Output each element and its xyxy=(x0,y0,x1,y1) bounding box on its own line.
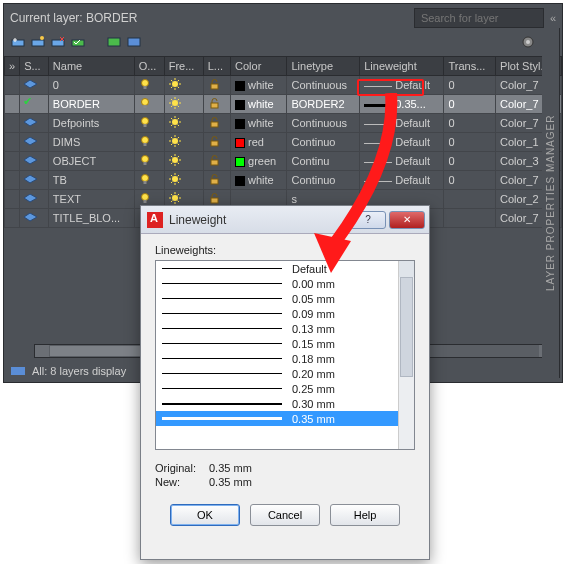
layer-icon xyxy=(24,174,36,182)
filter-toggle-icon[interactable] xyxy=(10,363,26,379)
column-header[interactable]: S... xyxy=(20,57,49,76)
layer-icon xyxy=(24,79,36,87)
svg-point-9 xyxy=(141,80,148,87)
svg-rect-0 xyxy=(12,40,24,46)
lineweight-option[interactable]: 0.15 mm xyxy=(156,336,398,351)
delete-layer-icon[interactable] xyxy=(50,34,66,50)
svg-point-27 xyxy=(172,157,178,163)
lineweight-option[interactable]: 0.13 mm xyxy=(156,321,398,336)
svg-rect-41 xyxy=(11,367,25,375)
svg-point-21 xyxy=(141,137,148,144)
svg-rect-32 xyxy=(211,179,218,184)
toolbar xyxy=(4,32,562,56)
svg-rect-34 xyxy=(143,200,146,203)
column-header[interactable]: Linetype xyxy=(287,57,360,76)
lineweight-option[interactable]: 0.30 mm xyxy=(156,396,398,411)
svg-point-29 xyxy=(141,175,148,182)
svg-rect-12 xyxy=(211,84,218,89)
svg-point-2 xyxy=(40,36,44,40)
svg-rect-14 xyxy=(143,105,146,108)
dialog-help-icon[interactable]: ? xyxy=(350,211,386,229)
new-value: 0.35 mm xyxy=(209,476,252,488)
original-value: 0.35 mm xyxy=(209,462,252,474)
layer-icon xyxy=(24,193,36,201)
column-header[interactable]: L... xyxy=(203,57,230,76)
layer-icon xyxy=(24,155,36,163)
current-layer-icon xyxy=(24,98,35,109)
close-icon[interactable]: ✕ xyxy=(389,211,425,229)
table-row[interactable]: DIMSredContinuoDefault0Color_1 xyxy=(5,133,562,152)
svg-point-19 xyxy=(172,119,178,125)
svg-rect-28 xyxy=(211,160,218,165)
svg-rect-10 xyxy=(143,86,146,89)
svg-rect-26 xyxy=(143,162,146,165)
original-label: Original: xyxy=(155,462,203,474)
svg-point-25 xyxy=(141,156,148,163)
svg-rect-24 xyxy=(211,141,218,146)
column-header[interactable]: Fre... xyxy=(164,57,203,76)
app-icon xyxy=(147,212,163,228)
lineweight-listbox[interactable]: Default0.00 mm0.05 mm0.09 mm0.13 mm0.15 … xyxy=(155,260,415,450)
svg-rect-4 xyxy=(72,40,84,46)
lineweight-option[interactable]: Default xyxy=(156,261,398,276)
svg-point-31 xyxy=(172,176,178,182)
svg-rect-18 xyxy=(143,124,146,127)
column-header[interactable]: Color xyxy=(231,57,287,76)
layer-icon xyxy=(24,117,36,125)
lineweight-dialog: Lineweight ? ✕ Lineweights: Default0.00 … xyxy=(140,205,430,560)
svg-point-15 xyxy=(172,100,178,106)
svg-rect-22 xyxy=(143,143,146,146)
lineweight-option[interactable]: 0.05 mm xyxy=(156,291,398,306)
lineweight-option[interactable]: 0.00 mm xyxy=(156,276,398,291)
svg-point-23 xyxy=(172,138,178,144)
set-current-icon[interactable] xyxy=(70,34,86,50)
panel-title: Current layer: BORDER xyxy=(10,11,414,25)
dialog-title: Lineweight xyxy=(169,213,347,227)
new-label: New: xyxy=(155,476,203,488)
table-row[interactable]: OBJECTgreenContinuDefault0Color_3 xyxy=(5,152,562,171)
svg-point-33 xyxy=(141,194,148,201)
svg-point-8 xyxy=(526,40,530,44)
column-header[interactable]: Lineweight xyxy=(360,57,444,76)
new-layer-icon[interactable] xyxy=(10,34,26,50)
ok-button[interactable]: OK xyxy=(170,504,240,526)
layer-count-label: All: 8 layers display xyxy=(32,365,126,377)
column-header[interactable]: Trans... xyxy=(444,57,496,76)
svg-point-13 xyxy=(141,99,148,106)
svg-rect-3 xyxy=(52,40,64,46)
dialog-titlebar[interactable]: Lineweight ? ✕ xyxy=(141,206,429,234)
column-header[interactable]: Name xyxy=(48,57,134,76)
svg-point-35 xyxy=(172,195,178,201)
table-row[interactable]: TBwhiteContinuoDefault0Color_7 xyxy=(5,171,562,190)
svg-point-11 xyxy=(172,81,178,87)
svg-rect-20 xyxy=(211,122,218,127)
lineweights-label: Lineweights: xyxy=(155,244,415,256)
column-header[interactable]: O... xyxy=(134,57,164,76)
lineweight-option[interactable]: 0.18 mm xyxy=(156,351,398,366)
layer-filter-icon[interactable] xyxy=(126,34,142,50)
table-row[interactable]: DefpointswhiteContinuousDefault0Color_7 xyxy=(5,114,562,133)
lineweight-option[interactable]: 0.35 mm xyxy=(156,411,398,426)
list-scrollbar[interactable] xyxy=(398,261,414,449)
settings-icon[interactable] xyxy=(520,34,536,50)
table-row[interactable]: BORDERwhiteBORDER20.35...0Color_7 xyxy=(5,95,562,114)
search-input[interactable] xyxy=(414,8,544,28)
lineweight-option[interactable]: 0.20 mm xyxy=(156,366,398,381)
svg-point-17 xyxy=(141,118,148,125)
collapse-icon[interactable]: « xyxy=(550,12,556,24)
layer-grid: »S...NameO...Fre...L...ColorLinetypeLine… xyxy=(4,56,562,228)
help-button[interactable]: Help xyxy=(330,504,400,526)
layer-icon xyxy=(24,136,36,144)
svg-rect-6 xyxy=(128,38,140,46)
table-row[interactable]: 0whiteContinuousDefault0Color_7 xyxy=(5,76,562,95)
new-layer-freeze-icon[interactable] xyxy=(30,34,46,50)
layer-states-icon[interactable] xyxy=(106,34,122,50)
svg-rect-5 xyxy=(108,38,120,46)
svg-rect-16 xyxy=(211,103,218,108)
lineweight-option[interactable]: 0.25 mm xyxy=(156,381,398,396)
panel-header: Current layer: BORDER « xyxy=(4,4,562,32)
svg-rect-30 xyxy=(143,181,146,184)
cancel-button[interactable]: Cancel xyxy=(250,504,320,526)
sidebar-tab-label[interactable]: LAYER PROPERTIES MANAGER xyxy=(542,28,560,378)
lineweight-option[interactable]: 0.09 mm xyxy=(156,306,398,321)
